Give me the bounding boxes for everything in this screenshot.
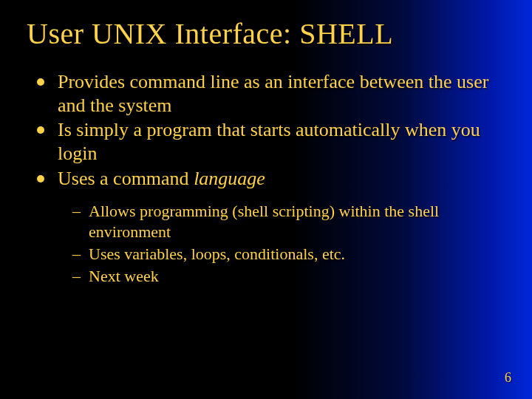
bullet-text: Uses a command bbox=[58, 168, 194, 189]
sub-bullet-item: Allows programming (shell scripting) wit… bbox=[72, 201, 505, 242]
bullet-text-italic: language bbox=[194, 168, 265, 189]
bullet-item: Uses a command language bbox=[37, 167, 505, 191]
bullet-item: Provides command line as an interface be… bbox=[37, 70, 505, 117]
bullet-list: Provides command line as an interface be… bbox=[27, 70, 505, 191]
page-number: 6 bbox=[505, 370, 511, 386]
bullet-item: Is simply a program that starts automati… bbox=[37, 118, 505, 165]
sub-bullet-list: Allows programming (shell scripting) wit… bbox=[27, 201, 505, 287]
bullet-text: Provides command line as an interface be… bbox=[58, 71, 488, 116]
sub-bullet-text: Uses variables, loops, conditionals, etc… bbox=[89, 245, 345, 263]
slide: User UNIX Interface: SHELL Provides comm… bbox=[0, 0, 532, 399]
sub-bullet-text: Next week bbox=[89, 267, 159, 285]
slide-title: User UNIX Interface: SHELL bbox=[27, 16, 505, 51]
sub-bullet-item: Next week bbox=[72, 266, 505, 287]
sub-bullet-text: Allows programming (shell scripting) wit… bbox=[89, 202, 439, 241]
bullet-text: Is simply a program that starts automati… bbox=[58, 119, 480, 164]
sub-bullet-item: Uses variables, loops, conditionals, etc… bbox=[72, 244, 505, 265]
